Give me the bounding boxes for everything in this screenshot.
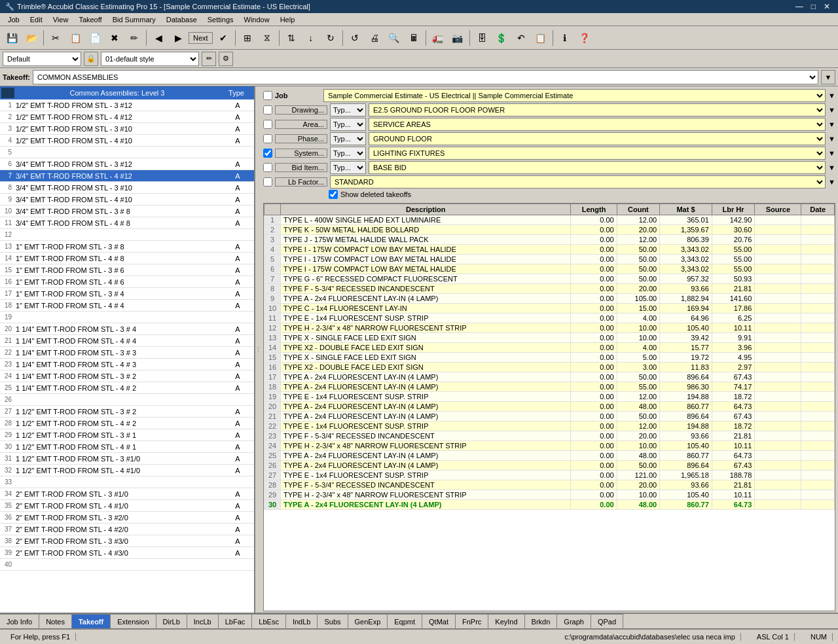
db-button[interactable]: 🗄 <box>473 29 491 47</box>
table-row[interactable]: 19 TYPE E - 1x4 FLUORESCENT SUSP. STRIP … <box>264 392 835 402</box>
phase-select[interactable]: GROUND FLOOR <box>369 132 826 145</box>
list-item[interactable]: 321 1/2" EMT T-ROD FROM STL - 4 #1/0A <box>0 465 254 476</box>
system-button[interactable]: System... <box>275 149 327 158</box>
list-item[interactable]: 103/4" EMT T-ROD FROM STL - 3 # 8A <box>0 206 254 217</box>
biditem-type[interactable]: Typ... <box>330 161 366 174</box>
list-item[interactable]: 161" EMT T-ROD FROM STL - 4 # 6A <box>0 276 254 288</box>
menu-settings[interactable]: Settings <box>202 13 239 26</box>
list-item[interactable]: 301 1/2" EMT T-ROD FROM STL - 4 # 1A <box>0 441 254 453</box>
tab-fnprc[interactable]: FnPrc <box>456 614 488 628</box>
list-item[interactable]: 342" EMT T-ROD FROM STL - 3 #1/0A <box>0 488 254 500</box>
area-button[interactable]: Area... <box>275 120 327 129</box>
list-item[interactable]: 41/2" EMT T-ROD FROM STL - 4 #10A <box>0 135 254 147</box>
title-controls[interactable]: — □ ✕ <box>793 2 833 11</box>
table-row[interactable]: 16 TYPE X2 - DOUBLE FACE LED EXIT SIGN 0… <box>264 363 835 372</box>
list-item[interactable]: 21/2" EMT T-ROD FROM STL - 4 #12A <box>0 111 254 123</box>
drawing-type[interactable]: Typ... <box>330 103 366 116</box>
takeoff-select[interactable]: COMMON ASSEMBLIES <box>33 70 818 84</box>
menu-takeoff[interactable]: Takeoff <box>73 13 107 26</box>
list-item[interactable]: 221 1/4" EMT T-ROD FROM STL - 3 # 3A <box>0 347 254 359</box>
lbfactor-button[interactable]: Lb Factor... <box>275 177 327 187</box>
edit-button[interactable]: ✏ <box>125 29 143 47</box>
paste-button[interactable]: 📄 <box>86 29 104 47</box>
list-item[interactable]: 12 <box>0 229 254 241</box>
phase-type[interactable]: Typ... <box>330 132 366 145</box>
list-item[interactable]: 26 <box>0 394 254 406</box>
table-row[interactable]: 12 TYPE H - 2-3/4" x 48" NARROW FLUORESC… <box>264 323 835 333</box>
menu-database[interactable]: Database <box>161 13 202 26</box>
refresh-button[interactable]: ↻ <box>321 29 340 47</box>
menu-bid-summary[interactable]: Bid Summary <box>107 13 161 26</box>
lbfactor-checkbox[interactable] <box>263 177 272 187</box>
system-select[interactable]: LIGHTING FIXTURES <box>369 147 826 160</box>
resize-handle[interactable]: ⋮ <box>255 86 261 613</box>
calc-button[interactable]: 🖩 <box>405 29 423 47</box>
takeoff-expand-button[interactable]: ▼ <box>821 70 835 84</box>
save-button[interactable]: 💾 <box>3 29 21 47</box>
print-preview-button[interactable]: 🔍 <box>385 29 403 47</box>
biditem-button[interactable]: Bid Item... <box>275 163 327 172</box>
undo-button[interactable]: ↶ <box>512 29 530 47</box>
copy-button[interactable]: 📋 <box>66 29 84 47</box>
tab-eqpmt[interactable]: Eqpmt <box>388 614 422 628</box>
list-item[interactable]: 251 1/4" EMT T-ROD FROM STL - 4 # 2A <box>0 382 254 394</box>
table-row[interactable]: 13 TYPE X - SINGLE FACE LED EXIT SIGN 0.… <box>264 333 835 343</box>
tab-qtmat[interactable]: QtMat <box>422 614 456 628</box>
table-row[interactable]: 11 TYPE E - 1x4 FLUORESCENT SUSP. STRIP … <box>264 313 835 323</box>
menu-view[interactable]: View <box>48 13 74 26</box>
list-item[interactable]: 352" EMT T-ROD FROM STL - 4 #1/0A <box>0 500 254 512</box>
menu-window[interactable]: Window <box>239 13 275 26</box>
list-item[interactable]: 372" EMT T-ROD FROM STL - 4 #2/0A <box>0 524 254 535</box>
biditem-checkbox[interactable] <box>263 163 272 172</box>
style-lock-button[interactable]: 🔒 <box>84 52 98 66</box>
list-item[interactable]: 33 <box>0 476 254 488</box>
table-row[interactable]: 5 TYPE I - 175W COMPACT LOW BAY METAL HA… <box>264 255 835 264</box>
style-manage-button[interactable]: ⚙ <box>219 52 233 66</box>
system-type[interactable]: Typ... <box>330 147 366 160</box>
table-row[interactable]: 23 TYPE F - 5-3/4" RECESSED INCANDESCENT… <box>264 431 835 441</box>
list-item[interactable]: 181" EMT T-ROD FROM STL - 4 # 4A <box>0 300 254 312</box>
list-item[interactable]: 131" EMT T-ROD FROM STL - 3 # 8A <box>0 241 254 253</box>
table-row[interactable]: 6 TYPE I - 175W COMPACT LOW BAY METAL HA… <box>264 264 835 274</box>
list-item[interactable]: 382" EMT T-ROD FROM STL - 3 #3/0A <box>0 535 254 547</box>
table-row[interactable]: 15 TYPE X - SINGLE FACE LED EXIT SIGN 0.… <box>264 353 835 363</box>
list-item[interactable]: 63/4" EMT T-ROD FROM STL - 3 #12A <box>0 158 254 170</box>
list-item[interactable]: 392" EMT T-ROD FROM STL - 4 #3/0A <box>0 547 254 559</box>
maximize-button[interactable]: □ <box>809 2 818 11</box>
tab-lbfac[interactable]: LbFac <box>219 614 253 628</box>
tab-job-info[interactable]: Job Info <box>0 614 39 628</box>
list-item[interactable]: 271 1/2" EMT T-ROD FROM STL - 3 # 2A <box>0 406 254 418</box>
filter-button[interactable]: ⧖ <box>258 29 276 47</box>
table-row[interactable]: 8 TYPE F - 5-3/4" RECESSED INCANDESCENT … <box>264 284 835 294</box>
refresh2-button[interactable]: ↺ <box>346 29 364 47</box>
list-item[interactable]: 291 1/2" EMT T-ROD FROM STL - 3 # 1A <box>0 429 254 441</box>
table-row[interactable]: 22 TYPE E - 1x4 FLUORESCENT SUSP. STRIP … <box>264 421 835 431</box>
tab-subs[interactable]: Subs <box>318 614 348 628</box>
biditem-select[interactable]: BASE BID <box>369 161 826 174</box>
info-button[interactable]: ℹ <box>556 29 574 47</box>
table-row[interactable]: 3 TYPE J - 175W METAL HALIDE WALL PACK 0… <box>264 235 835 245</box>
list-item[interactable]: 31/2" EMT T-ROD FROM STL - 3 #10A <box>0 123 254 135</box>
area-type[interactable]: Typ... <box>330 118 366 131</box>
phase-checkbox[interactable] <box>263 134 272 143</box>
table-row[interactable]: 25 TYPE A - 2x4 FLUORESCENT LAY-IN (4 LA… <box>264 451 835 461</box>
tab-extension[interactable]: Extension <box>111 614 156 628</box>
list-item[interactable]: 281 1/2" EMT T-ROD FROM STL - 4 # 2A <box>0 418 254 429</box>
table-row[interactable]: 14 TYPE X2 - DOUBLE FACE LED EXIT SIGN 0… <box>264 343 835 353</box>
tab-lbesc[interactable]: LbEsc <box>252 614 286 628</box>
style-dropdown[interactable]: 01-default style <box>101 52 199 66</box>
lbfactor-select[interactable]: STANDARD <box>330 175 826 188</box>
area-checkbox[interactable] <box>263 120 272 129</box>
table-row[interactable]: 28 TYPE F - 5-3/4" RECESSED INCANDESCENT… <box>264 480 835 490</box>
delete-button[interactable]: ✖ <box>105 29 124 47</box>
table-row[interactable]: 2 TYPE K - 50W METAL HALIDE BOLLARD 0.00… <box>264 225 835 235</box>
tab-keyind[interactable]: KeyInd <box>488 614 524 628</box>
menu-edit[interactable]: Edit <box>25 13 48 26</box>
next-button[interactable]: Next <box>189 32 213 44</box>
list-item[interactable]: 11/2" EMT T-ROD FROM STL - 3 #12A <box>0 99 254 111</box>
list-item[interactable]: 93/4" EMT T-ROD FROM STL - 4 #10A <box>0 194 254 206</box>
list-item[interactable]: 171" EMT T-ROD FROM STL - 3 # 4A <box>0 288 254 300</box>
list-item[interactable]: 211 1/4" EMT T-ROD FROM STL - 4 # 4A <box>0 335 254 347</box>
tab-brkdn[interactable]: Brkdn <box>525 614 558 628</box>
list-item[interactable]: 141" EMT T-ROD FROM STL - 4 # 8A <box>0 253 254 264</box>
